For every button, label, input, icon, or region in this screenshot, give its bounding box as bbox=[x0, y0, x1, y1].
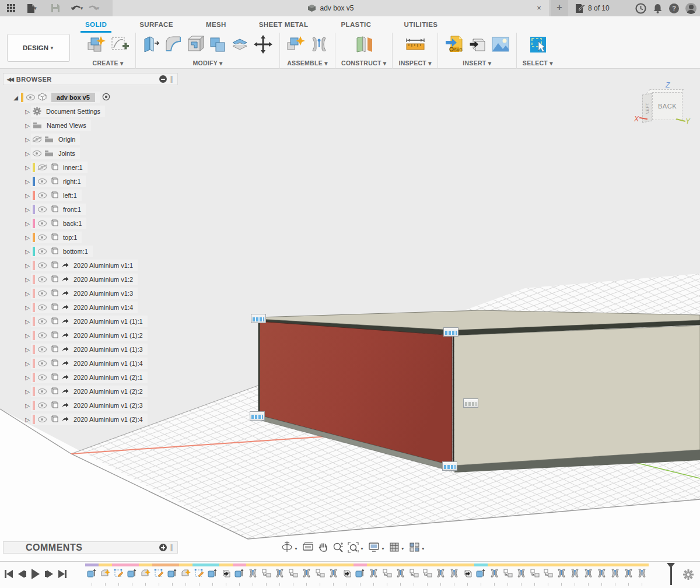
look-at-tool[interactable] bbox=[302, 542, 314, 555]
expand-arrow-icon[interactable]: ▷ bbox=[24, 360, 31, 367]
history-clock-icon[interactable] bbox=[635, 3, 646, 14]
move-icon[interactable] bbox=[253, 34, 274, 55]
expand-arrow-icon[interactable]: ▷ bbox=[24, 192, 31, 199]
timeline-settings-gear-icon[interactable] bbox=[682, 569, 694, 583]
dropdown-caret-icon[interactable]: ▼ bbox=[401, 547, 405, 551]
timeline-feature-sketch-8[interactable] bbox=[179, 564, 192, 586]
assemble-menu[interactable]: ASSEMBLE ▾ bbox=[287, 60, 328, 66]
timeline-feature-extrude-21[interactable] bbox=[354, 564, 367, 586]
expand-arrow-icon[interactable]: ▷ bbox=[24, 178, 31, 185]
select-icon[interactable] bbox=[528, 34, 548, 54]
create-sketch-icon[interactable] bbox=[110, 34, 130, 54]
browser-row-front-1[interactable]: ▷front:1 bbox=[3, 202, 178, 216]
timeline-feature-move-34[interactable] bbox=[528, 564, 541, 586]
timeline-feature-move-18[interactable] bbox=[313, 564, 327, 586]
browser-row-2020-aluminium-v1-2-1[interactable]: ▷2020 Aluminium v1 (2):1 bbox=[3, 370, 178, 384]
timeline-feature-joint-24[interactable] bbox=[394, 564, 407, 586]
insert-svg-icon[interactable]: SVG bbox=[444, 34, 464, 55]
app-grid-button[interactable] bbox=[5, 1, 18, 15]
canvas-icon[interactable] bbox=[491, 34, 510, 54]
file-menu-button[interactable]: ▼ bbox=[26, 1, 38, 15]
browser-row-inner-1[interactable]: ▷inner:1 bbox=[3, 160, 178, 174]
timeline-feature-joint-38[interactable] bbox=[582, 564, 595, 586]
timeline-feature-extrude-7[interactable] bbox=[166, 564, 179, 586]
expand-arrow-icon[interactable]: ▷ bbox=[24, 136, 31, 143]
timeline-feature-extrude-1[interactable] bbox=[85, 564, 99, 586]
browser-row-named-views[interactable]: ▷Named Views bbox=[3, 118, 178, 132]
timeline-feature-joint-15[interactable] bbox=[273, 564, 286, 586]
expand-arrow-icon[interactable]: ▷ bbox=[24, 402, 31, 409]
ribbon-tab-solid[interactable]: SOLID bbox=[80, 20, 111, 32]
browser-row-left-1[interactable]: ▷left:1 bbox=[3, 188, 178, 202]
browser-row-2020-aluminium-v1-1[interactable]: ▷2020 Aluminium v1:1 bbox=[3, 258, 178, 272]
expand-arrow-icon[interactable]: ▷ bbox=[24, 235, 31, 241]
timeline-feature-joint-13[interactable] bbox=[246, 564, 260, 586]
timeline-feature-joint-42[interactable] bbox=[635, 564, 649, 586]
shell-icon[interactable] bbox=[186, 34, 205, 54]
grip-handle-bottom-mid[interactable] bbox=[442, 461, 457, 471]
timeline-feature-joint-22[interactable] bbox=[367, 564, 380, 586]
visibility-eye-icon[interactable] bbox=[38, 164, 47, 170]
timeline-feature-joint-39[interactable] bbox=[595, 564, 608, 586]
visibility-eye-icon[interactable] bbox=[38, 304, 47, 310]
inspect-menu[interactable]: INSPECT ▾ bbox=[398, 60, 431, 66]
timeline-feature-insert-20[interactable] bbox=[340, 564, 354, 586]
dropdown-caret-icon[interactable]: ▼ bbox=[421, 547, 425, 551]
timeline-feature-extrude-12[interactable] bbox=[233, 564, 246, 586]
browser-row-2020-aluminium-v1-2-2[interactable]: ▷2020 Aluminium v1 (2):2 bbox=[3, 384, 178, 398]
timeline-feature-move-23[interactable] bbox=[380, 564, 394, 586]
browser-row-bottom-1[interactable]: ▷bottom:1 bbox=[3, 244, 178, 258]
timeline-feature-move-26[interactable] bbox=[421, 564, 434, 586]
ribbon-tab-plastic[interactable]: PLASTIC bbox=[336, 20, 376, 32]
activate-component-radio[interactable] bbox=[102, 93, 110, 102]
expand-arrow-icon[interactable]: ▷ bbox=[24, 262, 31, 269]
browser-row-2020-aluminium-v1-2[interactable]: ▷2020 Aluminium v1:2 bbox=[3, 272, 178, 286]
ribbon-tab-surface[interactable]: SURFACE bbox=[135, 20, 178, 32]
grip-handle-right-face[interactable] bbox=[463, 398, 478, 408]
browser-header[interactable]: ◀◀ BROWSER ║ bbox=[3, 73, 178, 85]
visibility-eye-icon[interactable] bbox=[38, 360, 47, 366]
construct-plane-icon[interactable] bbox=[354, 34, 374, 54]
new-component-icon[interactable] bbox=[286, 34, 306, 54]
visibility-eye-icon[interactable] bbox=[38, 346, 47, 352]
timeline-feature-sketchedit-9[interactable] bbox=[192, 564, 206, 586]
visibility-eye-icon[interactable] bbox=[38, 220, 47, 226]
timeline-feature-joint-27[interactable] bbox=[434, 564, 447, 586]
insert-menu[interactable]: INSERT ▾ bbox=[463, 60, 491, 66]
timeline-feature-joint-33[interactable] bbox=[514, 564, 528, 586]
visibility-eye-icon[interactable] bbox=[38, 235, 47, 240]
display-settings-tool[interactable]: ▼ bbox=[368, 542, 385, 555]
browser-row-top-1[interactable]: ▷top:1 bbox=[3, 230, 178, 244]
visibility-eye-icon[interactable] bbox=[33, 136, 41, 142]
visibility-eye-icon[interactable] bbox=[38, 249, 47, 254]
save-button[interactable] bbox=[49, 1, 62, 15]
expand-arrow-icon[interactable]: ▷ bbox=[24, 416, 31, 423]
close-tab-button[interactable]: × bbox=[534, 3, 544, 13]
browser-row-2020-aluminium-v1-1-2[interactable]: ▷2020 Aluminium v1 (1):2 bbox=[3, 328, 178, 342]
visibility-eye-icon[interactable] bbox=[38, 276, 47, 282]
session-status[interactable]: 8 of 10 bbox=[575, 0, 610, 16]
dropdown-caret-icon[interactable]: ▼ bbox=[294, 547, 298, 551]
browser-row-2020-aluminium-v1-3[interactable]: ▷2020 Aluminium v1:3 bbox=[3, 286, 178, 300]
visibility-eye-icon[interactable] bbox=[38, 416, 47, 422]
expand-arrow-icon[interactable]: ▷ bbox=[24, 332, 31, 339]
create-menu[interactable]: CREATE ▾ bbox=[93, 60, 124, 66]
expand-arrow-icon[interactable]: ▷ bbox=[24, 346, 31, 353]
document-tab[interactable]: adv box v5 × bbox=[113, 0, 549, 16]
grip-handle-top-left[interactable] bbox=[251, 314, 266, 323]
expand-arrow-icon[interactable]: ▷ bbox=[24, 374, 31, 381]
timeline-feature-joint-41[interactable] bbox=[622, 564, 635, 586]
visibility-eye-icon[interactable] bbox=[38, 374, 47, 380]
visibility-eye-icon[interactable] bbox=[38, 192, 47, 198]
minimize-browser-icon[interactable] bbox=[159, 75, 167, 83]
viewcube-front-face[interactable]: BACK bbox=[652, 92, 682, 120]
grip-handle-top-mid[interactable] bbox=[443, 327, 459, 337]
expand-arrow-icon[interactable]: ▷ bbox=[24, 249, 31, 255]
timeline-feature-extrude-30[interactable] bbox=[474, 564, 488, 586]
expand-arrow-icon[interactable]: ▷ bbox=[24, 290, 31, 297]
browser-row-2020-aluminium-v1-2-3[interactable]: ▷2020 Aluminium v1 (2):3 bbox=[3, 398, 178, 412]
timeline-feature-insert-29[interactable] bbox=[461, 564, 474, 586]
browser-row-document-settings[interactable]: ▷Document Settings bbox=[3, 104, 178, 118]
visibility-eye-icon[interactable] bbox=[38, 318, 47, 324]
comments-resize-grip[interactable]: ║ bbox=[169, 544, 174, 551]
